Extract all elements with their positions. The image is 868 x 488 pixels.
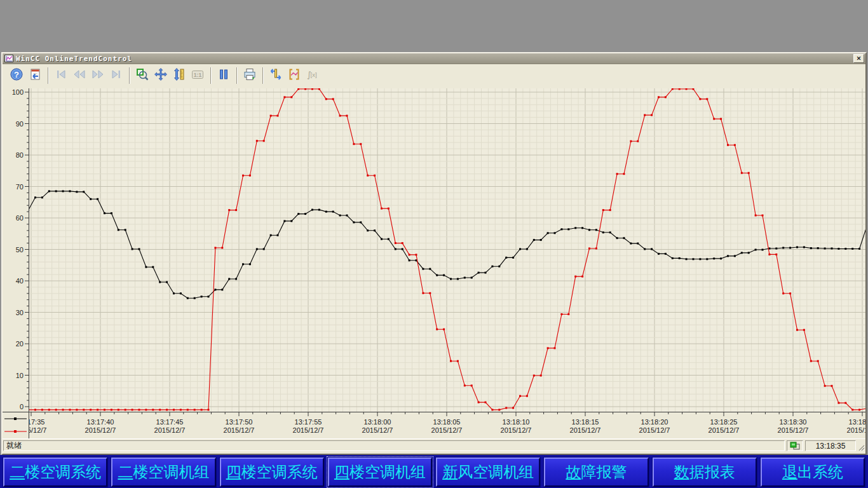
- move-axes-area-icon: [172, 67, 186, 84]
- toolbar-separator: [48, 67, 49, 84]
- original-view-button: 1:1: [189, 67, 206, 85]
- previous-record-button: [71, 67, 88, 85]
- y-tick-label: 20: [3, 340, 24, 348]
- nav-button-2[interactable]: 二楼空调机组: [111, 458, 215, 487]
- nav-bar: 二楼空调系统二楼空调机组四楼空调系统四楼空调机组新风空调机组故障报警数据报表退出…: [0, 455, 868, 488]
- status-bar: 就绪 13:18:35: [3, 438, 865, 452]
- trend-chart-region: 0102030405060708090100 13:17:352015/12/7…: [3, 87, 865, 438]
- status-clock: 13:18:35: [805, 440, 856, 451]
- y-tick-label: 100: [3, 88, 24, 96]
- first-record-icon: [54, 67, 68, 84]
- nav-button-6[interactable]: 故障报警: [544, 458, 648, 487]
- trend-window-icon: [4, 55, 13, 62]
- help-button[interactable]: ?: [8, 67, 25, 85]
- pause-icon: [217, 67, 231, 84]
- nav-button-5[interactable]: 新风空调机组: [436, 458, 540, 487]
- statistics-button: ∫[x]: [304, 67, 321, 85]
- x-tick-label: 13:18:152015/12/7: [570, 418, 601, 435]
- y-axis-line: [29, 88, 29, 438]
- print-icon: [243, 67, 257, 84]
- original-view-icon: 1:1: [191, 67, 205, 84]
- x-tick-label: 13:18:252015/12/7: [709, 418, 740, 435]
- zoom-area-icon: [135, 67, 149, 84]
- toolbar-separator: [129, 67, 130, 84]
- last-record-button: [107, 67, 125, 85]
- toolbar-separator: [210, 67, 212, 84]
- move-trend-area-button[interactable]: [152, 67, 169, 85]
- x-tick-label: 13:18:302015/12/7: [778, 418, 809, 435]
- x-tick-label: 13:18:052015/12/7: [431, 418, 463, 435]
- select-trends-button[interactable]: [267, 67, 284, 85]
- status-message: 就绪: [3, 440, 785, 451]
- first-record-button: [52, 67, 69, 85]
- toolbar-separator: [262, 67, 264, 84]
- wincc-trend-window: WinCC OnlineTrendControl ✕ ?1:1∫[x] 0102…: [1, 52, 867, 455]
- y-tick-label: 30: [3, 309, 24, 316]
- next-record-icon: [91, 67, 105, 84]
- y-tick-label: 10: [3, 372, 24, 379]
- y-tick-label: 90: [3, 120, 24, 128]
- x-tick-label: 13:17:502015/12/7: [224, 418, 255, 435]
- previous-record-icon: [72, 67, 86, 84]
- legend-entry-trend-2-red: [3, 427, 28, 436]
- nav-button-7[interactable]: 数据报表: [653, 458, 757, 487]
- svg-text:1:1: 1:1: [193, 72, 201, 78]
- next-record-button: [89, 67, 106, 85]
- y-tick-label: 70: [3, 183, 24, 191]
- x-axis-ticks: [29, 412, 865, 417]
- y-tick-label: 80: [3, 151, 24, 159]
- svg-text:?: ?: [14, 70, 19, 79]
- nav-button-1[interactable]: 二楼空调系统: [3, 458, 107, 487]
- x-tick-label: 13:18:352015/12/7: [847, 418, 865, 435]
- x-tick-label: 13:18:202015/12/7: [639, 418, 670, 435]
- select-time-range-icon: [287, 67, 301, 84]
- connection-status-icon: [787, 440, 803, 451]
- legend-entry-trend-1-black: [3, 414, 28, 423]
- nav-button-4[interactable]: 四楼空调机组: [328, 458, 432, 487]
- y-axis-labels: 0102030405060708090100: [3, 88, 24, 412]
- toolbar: ?1:1∫[x]: [3, 64, 865, 87]
- x-axis-labels: 13:17:352015/12/713:17:402015/12/713:17:…: [29, 418, 865, 437]
- move-axes-area-button[interactable]: [170, 67, 187, 85]
- x-tick-label: 13:18:002015/12/7: [362, 418, 393, 435]
- toolbar-separator: [236, 67, 238, 84]
- y-tick-label: 40: [3, 277, 24, 285]
- title-bar[interactable]: WinCC OnlineTrendControl ✕: [3, 53, 865, 64]
- close-button[interactable]: ✕: [853, 54, 864, 63]
- statistics-icon: ∫[x]: [306, 67, 320, 84]
- last-record-icon: [109, 67, 123, 84]
- y-tick-label: 60: [3, 214, 24, 222]
- trend-legend: [3, 412, 29, 438]
- nav-button-8[interactable]: 退出系统: [761, 458, 865, 487]
- resize-grip[interactable]: [856, 440, 865, 451]
- zoom-area-button[interactable]: [133, 67, 151, 85]
- select-time-range-button[interactable]: [285, 67, 302, 85]
- select-trends-icon: [269, 67, 283, 84]
- print-button[interactable]: [241, 67, 258, 85]
- x-tick-label: 13:17:552015/12/7: [293, 418, 324, 435]
- move-trend-area-icon: [154, 67, 168, 84]
- nav-button-3[interactable]: 四楼空调系统: [220, 458, 324, 487]
- x-tick-label: 13:18:102015/12/7: [501, 418, 532, 435]
- x-tick-label: 13:17:452015/12/7: [154, 418, 186, 435]
- trend-curves-svg[interactable]: [29, 88, 865, 412]
- select-data-connection-icon: [28, 67, 42, 84]
- x-tick-label: 13:17:402015/12/7: [85, 418, 116, 435]
- svg-text:[x]: [x]: [310, 71, 316, 78]
- window-title: WinCC OnlineTrendControl: [16, 55, 853, 63]
- pause-button[interactable]: [215, 67, 232, 85]
- trend-plot-area[interactable]: [29, 88, 865, 412]
- x-tick-label: 13:17:352015/12/7: [29, 418, 46, 435]
- select-data-connection-button[interactable]: [26, 67, 43, 85]
- y-tick-label: 0: [3, 403, 24, 410]
- y-tick-label: 50: [3, 246, 24, 254]
- help-icon: ?: [10, 67, 24, 84]
